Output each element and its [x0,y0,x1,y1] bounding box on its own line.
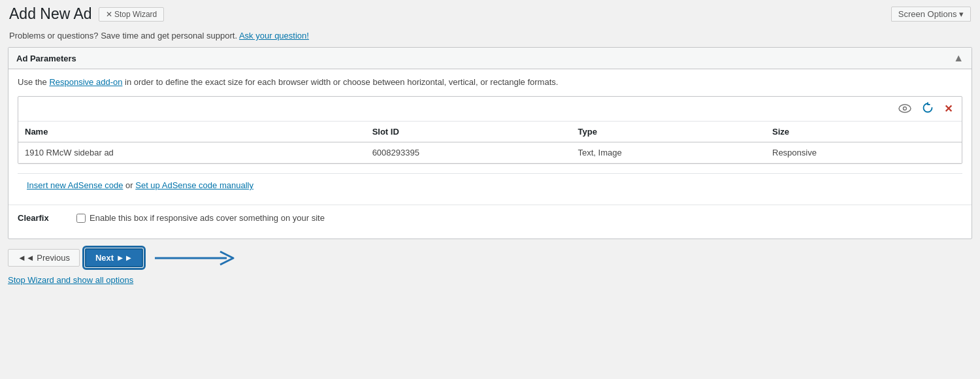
ask-question-link[interactable]: Ask your question! [239,31,309,41]
previous-button[interactable]: ◄◄ Previous [8,249,80,267]
view-icon-button[interactable] [896,102,914,116]
refresh-icon-button[interactable] [919,101,936,117]
delete-icon-button[interactable]: ✕ [941,103,955,116]
screen-options-label: Screen Options ▾ [898,9,964,19]
svg-point-1 [904,107,907,110]
support-text: Problems or questions? Save time and get… [9,31,237,41]
stop-wizard-label: ✕ Stop Wizard [106,10,157,19]
table-row: 1910 RMcW sidebar ad 6008293395 Text, Im… [18,142,962,163]
clearfix-row: Clearfix Enable this box if responsive a… [8,205,972,231]
responsive-text-before: Use the [18,77,49,87]
insert-adsense-link[interactable]: Insert new AdSense code [27,180,123,190]
next-label: Next ►► [95,253,133,263]
clearfix-checkbox-label: Enable this box if responsive ads cover … [90,213,325,223]
support-bar: Problems or questions? Save time and get… [0,27,980,47]
table-toolbar: ✕ [18,97,962,122]
responsive-addon-link[interactable]: Responsive add-on [49,77,122,87]
stop-wizard-link-area: Stop Wizard and show all options [0,274,980,291]
panel-title: Ad Parameters [16,54,76,63]
cell-slot-id: 6008293395 [366,142,572,163]
main-panel: Ad Parameters ▲ Use the Responsive add-o… [8,47,972,239]
page-title: Add New Ad [9,5,92,23]
cell-size: Responsive [766,142,962,163]
clearfix-checkbox[interactable] [76,214,86,223]
table-header-row: Name Slot ID Type Size [18,122,962,142]
links-row: Insert new AdSense code or Set up AdSens… [18,173,962,197]
cell-type: Text, Image [572,142,766,163]
table-container: ✕ Name Slot ID Type Size 1910 RMcW sideb… [18,96,962,164]
previous-label: ◄◄ Previous [18,253,70,263]
screen-options-button[interactable]: Screen Options ▾ [891,7,971,22]
clearfix-checkbox-area: Enable this box if responsive ads cover … [76,213,325,223]
svg-point-0 [899,105,911,112]
col-size: Size [766,122,962,142]
col-name: Name [18,122,366,142]
col-slot-id: Slot ID [366,122,572,142]
footer-nav: ◄◄ Previous Next ►► [0,239,980,274]
col-type: Type [572,122,766,142]
responsive-text-after: in order to define the exact size for ea… [122,77,558,87]
stop-wizard-button[interactable]: ✕ Stop Wizard [99,7,165,22]
panel-collapse-button[interactable]: ▲ [953,53,964,63]
stop-wizard-show-all-link[interactable]: Stop Wizard and show all options [8,275,133,285]
or-text: or [125,180,133,190]
responsive-info: Use the Responsive add-on in order to de… [18,77,962,87]
arrow-indicator [155,249,240,267]
clearfix-label: Clearfix [18,213,70,223]
cell-name: 1910 RMcW sidebar ad [18,142,366,163]
top-bar: Add New Ad ✕ Stop Wizard Screen Options … [0,0,980,27]
next-button[interactable]: Next ►► [85,248,144,267]
manual-adsense-link[interactable]: Set up AdSense code manually [135,180,253,190]
panel-bottom-spacer [8,231,972,239]
ad-table: Name Slot ID Type Size 1910 RMcW sidebar… [18,122,962,163]
panel-body: Use the Responsive add-on in order to de… [8,69,972,205]
page-title-area: Add New Ad ✕ Stop Wizard [9,5,164,23]
panel-header: Ad Parameters ▲ [8,48,972,69]
